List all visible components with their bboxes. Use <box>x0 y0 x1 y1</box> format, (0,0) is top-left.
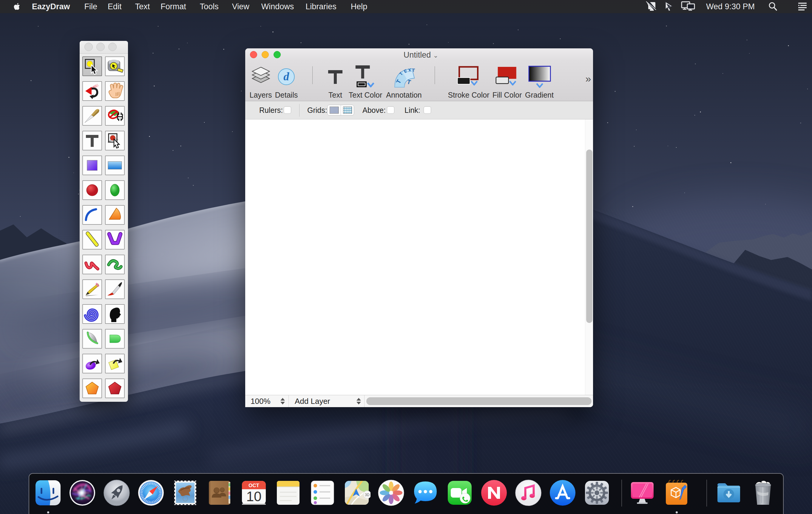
svg-text:3D: 3D <box>365 493 370 497</box>
svg-text:d: d <box>283 70 289 83</box>
svg-text:T: T <box>412 67 415 73</box>
svg-text:10: 10 <box>246 489 261 504</box>
svg-text:OCT: OCT <box>249 483 260 488</box>
svg-text:X: X <box>408 67 412 73</box>
